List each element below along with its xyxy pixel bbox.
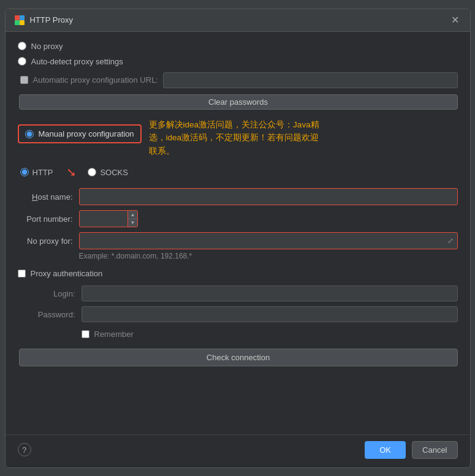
host-label: Host name: [18, 192, 79, 202]
remember-label: Remember [94, 330, 134, 339]
http-radio[interactable] [20, 168, 29, 176]
remember-checkbox[interactable] [82, 330, 89, 338]
footer-right: OK Cancel [365, 441, 457, 459]
host-input[interactable]: localhost [79, 188, 458, 205]
port-wrapper: 80 ▲ ▼ [79, 210, 139, 227]
svg-rect-0 [15, 15, 20, 20]
port-label: Port number: [18, 214, 79, 224]
no-proxy-input[interactable]: *.github.com,plugins.jetbrains.com [80, 234, 444, 248]
promo-text: 更多解决idea激活问题，关注公众号：Java精选，idea激活码，不定期更新！… [149, 118, 321, 158]
login-label: Login: [20, 289, 82, 298]
clear-passwords-button[interactable]: Clear passwords [19, 94, 458, 110]
auto-detect-row: Auto-detect proxy settings [18, 57, 458, 66]
login-input[interactable] [82, 285, 458, 301]
password-row: Password: [20, 306, 458, 322]
cancel-button[interactable]: Cancel [412, 441, 457, 459]
password-label: Password: [20, 310, 82, 319]
socks-radio[interactable] [88, 168, 96, 176]
expand-icon[interactable]: ⤢ [444, 234, 457, 247]
host-label-text: Host name: [32, 192, 72, 202]
title-bar-left: HTTP Proxy [14, 15, 74, 26]
login-pass-section: Login: Password: [20, 285, 458, 322]
port-row: Port number: 80 ▲ ▼ [18, 210, 458, 227]
svg-rect-1 [20, 15, 25, 20]
arrow-icon: ➘ [66, 165, 77, 179]
auto-url-label: Automatic proxy configuration URL: [33, 75, 158, 85]
proxy-auth-checkbox[interactable] [18, 270, 26, 278]
auto-url-row: Automatic proxy configuration URL: [20, 72, 458, 88]
protocol-row: HTTP ➘ SOCKS [20, 165, 458, 179]
port-down-button[interactable]: ▼ [128, 219, 138, 227]
no-proxy-radio[interactable] [18, 42, 26, 50]
port-up-button[interactable]: ▲ [128, 211, 138, 219]
http-proxy-dialog: HTTP Proxy ✕ No proxy Auto-detect proxy … [5, 9, 471, 468]
password-input[interactable] [82, 306, 458, 322]
host-row: Host name: localhost [18, 188, 458, 205]
socks-option[interactable]: SOCKS [88, 168, 128, 177]
svg-rect-3 [20, 20, 25, 25]
no-proxy-for-row: No proxy for: *.github.com,plugins.jetbr… [18, 232, 458, 249]
manual-proxy-section: Manual proxy configuration [18, 124, 142, 143]
help-button[interactable]: ? [18, 443, 31, 456]
socks-label: SOCKS [100, 168, 128, 177]
dialog-title: HTTP Proxy [30, 15, 74, 25]
check-connection-button[interactable]: Check connection [19, 349, 458, 366]
manual-proxy-radio[interactable] [25, 130, 34, 138]
no-proxy-row: No proxy [18, 42, 458, 51]
manual-proxy-label[interactable]: Manual proxy configuration [39, 129, 134, 138]
no-proxy-input-wrapper: *.github.com,plugins.jetbrains.com ⤢ [79, 232, 458, 249]
remember-row: Remember [82, 330, 458, 339]
auto-url-input[interactable] [163, 72, 458, 88]
footer-left: ? [18, 443, 31, 456]
svg-rect-2 [15, 20, 20, 25]
example-text: Example: *.domain.com, 192.168.* [79, 252, 458, 260]
ok-button[interactable]: OK [365, 441, 406, 459]
http-option[interactable]: HTTP [20, 168, 53, 177]
dialog-body: No proxy Auto-detect proxy settings Auto… [6, 32, 470, 434]
proxy-auth-label: Proxy authentication [31, 269, 103, 278]
proxy-auth-row: Proxy authentication [18, 269, 458, 278]
proxy-icon [14, 15, 25, 26]
no-proxy-label[interactable]: No proxy [31, 42, 63, 51]
auto-detect-radio[interactable] [18, 57, 26, 66]
auto-detect-label[interactable]: Auto-detect proxy settings [31, 57, 123, 66]
login-row: Login: [20, 285, 458, 301]
form-fields: Host name: localhost Port number: 80 ▲ ▼… [18, 188, 458, 252]
auto-url-checkbox[interactable] [20, 76, 28, 84]
no-proxy-for-label: No proxy for: [18, 236, 79, 246]
close-button[interactable]: ✕ [449, 14, 462, 26]
port-input[interactable]: 80 [79, 210, 128, 227]
port-spinner: ▲ ▼ [128, 210, 139, 227]
title-bar: HTTP Proxy ✕ [6, 9, 470, 32]
dialog-footer: ? OK Cancel [6, 434, 470, 467]
http-label: HTTP [32, 168, 53, 177]
